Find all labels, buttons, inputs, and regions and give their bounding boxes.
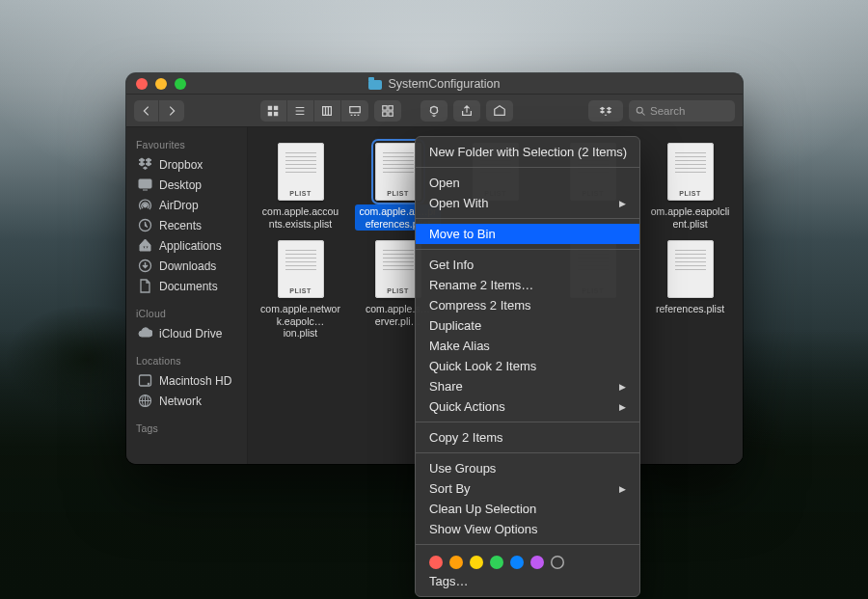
disk-icon [138, 373, 152, 388]
tag-color-dot[interactable] [510, 556, 524, 569]
svg-rect-1 [274, 105, 278, 109]
menu-separator [416, 167, 639, 168]
view-columns-button[interactable] [314, 100, 341, 122]
sidebar-item-recents[interactable]: Recents [126, 215, 247, 235]
menu-separator [416, 218, 639, 219]
context-menu-item[interactable]: Copy 2 Items [416, 427, 639, 448]
context-menu-item[interactable]: Use Groups [416, 458, 639, 478]
context-menu-item[interactable]: Rename 2 Items… [416, 275, 639, 295]
minimize-button[interactable] [155, 78, 167, 90]
sidebar-heading: Locations [126, 351, 247, 370]
apps-icon [138, 238, 152, 253]
desktop-icon [138, 177, 152, 192]
action-menu-button[interactable] [420, 100, 448, 122]
sidebar-item-desktop[interactable]: Desktop [126, 175, 247, 195]
context-menu-item[interactable]: Share [416, 376, 639, 396]
svg-point-10 [637, 107, 642, 113]
group-by-button[interactable] [374, 100, 401, 122]
window-title: SystemConfiguration [388, 77, 500, 91]
context-menu-item[interactable]: Duplicate [416, 315, 639, 336]
context-menu-item[interactable]: New Folder with Selection (2 Items) [416, 142, 639, 162]
file-item[interactable]: PLISTcom.apple.accounts.exists.plist [252, 141, 349, 238]
sidebar-item-icloud-drive[interactable]: iCloud Drive [126, 323, 247, 343]
folder-icon [368, 80, 382, 90]
search-placeholder: Search [650, 105, 685, 117]
recents-icon [138, 218, 152, 232]
tag-color-dot[interactable] [429, 556, 443, 569]
context-menu-item[interactable]: Get Info [416, 255, 639, 275]
share-button[interactable] [453, 100, 480, 122]
sidebar-item-airdrop[interactable]: AirDrop [126, 195, 247, 215]
svg-rect-4 [349, 106, 360, 112]
forward-button[interactable] [159, 100, 184, 122]
network-icon [138, 394, 152, 408]
file-item[interactable]: references.plist [641, 238, 739, 348]
tag-color-dot[interactable] [530, 556, 544, 569]
menu-separator [416, 249, 639, 250]
file-item[interactable]: PLISTom.apple.eapolclient.plist [641, 141, 739, 238]
file-label: references.plist [653, 302, 727, 316]
svg-point-12 [144, 204, 148, 207]
context-menu-item[interactable]: Quick Actions [416, 396, 639, 417]
sidebar-item-documents[interactable]: Documents [126, 276, 247, 296]
zoom-button[interactable] [175, 78, 186, 90]
airdrop-icon [138, 198, 152, 212]
sidebar-item-label: Documents [159, 280, 218, 293]
search-field[interactable]: Search [629, 100, 735, 122]
dropbox-toolbar-button[interactable] [588, 100, 623, 122]
sidebar: FavouritesDropboxDesktopAirDropRecentsAp… [126, 127, 248, 464]
view-list-button[interactable] [287, 100, 314, 122]
svg-rect-6 [388, 105, 392, 109]
back-button[interactable] [134, 100, 159, 122]
sidebar-item-network[interactable]: Network [126, 391, 247, 411]
file-label: com.apple.network.eapolc…ion.plist [258, 302, 343, 340]
tag-color-dot[interactable] [470, 556, 483, 569]
plist-file-icon: PLIST [278, 240, 324, 298]
context-menu-item[interactable]: Compress 2 Items [416, 295, 639, 315]
context-menu-item[interactable]: Show View Options [416, 519, 639, 539]
sidebar-item-downloads[interactable]: Downloads [126, 256, 247, 276]
sidebar-item-label: Applications [159, 239, 222, 253]
svg-rect-3 [274, 111, 278, 115]
menu-separator [416, 452, 639, 453]
view-gallery-button[interactable] [341, 100, 368, 122]
context-menu-item-tags[interactable]: Tags… [416, 571, 639, 591]
file-label: om.apple.eapolclient.plist [647, 204, 733, 231]
dropbox-icon [138, 157, 152, 172]
toolbar: Search [126, 95, 743, 127]
context-menu-item[interactable]: Sort By [416, 478, 639, 499]
close-button[interactable] [136, 78, 148, 90]
sidebar-item-applications[interactable]: Applications [126, 235, 247, 256]
tags-button[interactable] [486, 100, 513, 122]
titlebar[interactable]: SystemConfiguration [126, 73, 743, 95]
tag-color-dot[interactable] [490, 556, 503, 569]
sidebar-item-dropbox[interactable]: Dropbox [126, 154, 247, 175]
sidebar-item-label: Downloads [159, 259, 216, 273]
context-menu-item[interactable]: Make Alias [416, 336, 639, 356]
context-menu-item[interactable]: Move to Bin [416, 224, 639, 244]
file-item[interactable]: PLISTcom.apple.network.eapolc…ion.plist [252, 238, 349, 348]
tag-color-dot[interactable] [551, 556, 564, 569]
cloud-icon [138, 326, 152, 340]
sidebar-item-macintosh-hd[interactable]: Macintosh HD [126, 370, 247, 391]
sidebar-heading: iCloud [126, 304, 247, 323]
tag-color-row [416, 550, 639, 571]
context-menu-item[interactable]: Open With [416, 193, 639, 213]
sidebar-item-label: Recents [159, 219, 202, 232]
sidebar-item-label: Dropbox [159, 158, 203, 172]
context-menu-item[interactable]: Clean Up Selection [416, 499, 639, 519]
sidebar-item-label: Macintosh HD [159, 374, 231, 388]
documents-icon [138, 279, 152, 293]
tag-color-dot[interactable] [449, 556, 463, 569]
context-menu-item[interactable]: Quick Look 2 Items [416, 356, 639, 376]
svg-rect-0 [268, 105, 272, 109]
menu-separator [416, 544, 639, 545]
view-icons-button[interactable] [260, 100, 287, 122]
file-label: com.apple.accounts.exists.plist [258, 204, 343, 231]
svg-rect-7 [382, 111, 386, 115]
sidebar-heading: Favourites [126, 135, 247, 154]
sidebar-item-label: Desktop [159, 178, 202, 192]
context-menu: New Folder with Selection (2 Items)OpenO… [415, 136, 640, 597]
svg-rect-5 [382, 105, 386, 109]
context-menu-item[interactable]: Open [416, 173, 639, 193]
